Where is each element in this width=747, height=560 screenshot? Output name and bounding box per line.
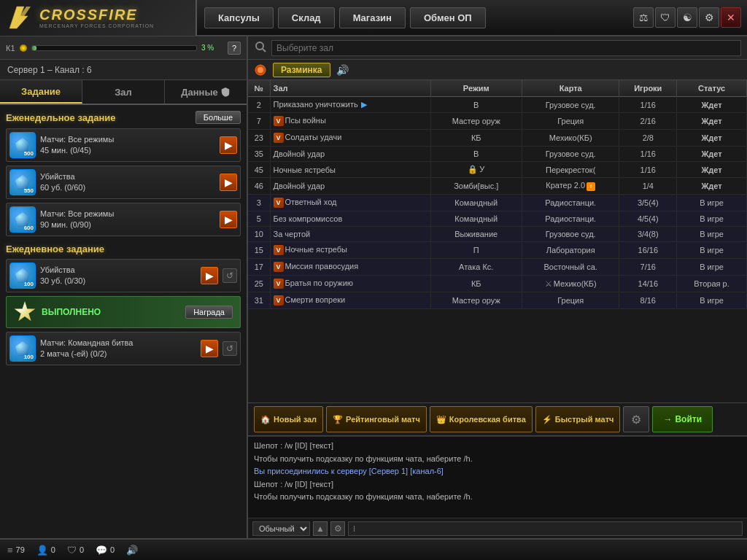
sound-icon[interactable]: 🔊: [126, 545, 138, 556]
table-row[interactable]: 31 VСмерти вопреки Мастер оруж Греция 8/…: [248, 292, 747, 309]
cell-num: 10: [248, 227, 270, 242]
menu-icon: ≡: [7, 545, 13, 556]
table-row[interactable]: 10 За чертой Выживание Грузовое суд. 3/4…: [248, 227, 747, 242]
bottom-stat-friends: 👤 0: [36, 545, 55, 556]
top-bar: CROSSFIRE MERCENARY FORCES CORPORATION К…: [0, 0, 747, 36]
logo-text: CROSSFIRE: [39, 7, 154, 23]
cell-mode: Мастер оруж: [430, 113, 522, 130]
weekly-title: Еженедельное задание: [6, 112, 115, 123]
channel-label: К1: [6, 44, 15, 52]
gear-settings-btn[interactable]: ⚙: [623, 406, 649, 432]
cell-map: ⚔Мехико(КБ): [522, 276, 619, 292]
cell-players: 1/16: [619, 97, 677, 113]
daily-quest-arrow-1[interactable]: ▶: [201, 267, 218, 284]
table-row[interactable]: 25 VБратья по оружию КБ ⚔Мехико(КБ) 14/1…: [248, 276, 747, 292]
daily-quest-text-1: Убийства30 уб. (0/30): [40, 265, 196, 287]
rated-match-btn[interactable]: 🏆 Рейтинговый матч: [326, 406, 427, 432]
shield-icon-btn[interactable]: 🛡: [655, 7, 676, 28]
nav-capsules-btn[interactable]: Капсулы: [204, 7, 274, 28]
nav-exchange-btn[interactable]: Обмен ОП: [410, 7, 486, 28]
new-room-btn[interactable]: 🏠 Новый зал: [254, 406, 323, 432]
cell-map: Грузовое суд.: [522, 227, 619, 242]
cell-name: VМиссия правосудия: [270, 259, 430, 276]
search-icon: [254, 40, 267, 56]
room-table: № Зал Режим Карта Игроки Статус 2 Приказ…: [248, 80, 747, 309]
weekly-header: Еженедельное задание Больше: [6, 111, 241, 124]
bottom-friends-val: 0: [51, 545, 55, 554]
table-row[interactable]: 35 Двойной удар В Грузовое суд. 1/16 Жде…: [248, 147, 747, 162]
training-btn[interactable]: Разминка: [273, 63, 330, 77]
clan-icon: 🛡: [67, 545, 77, 556]
scales-icon-btn[interactable]: ⚖: [633, 7, 654, 28]
table-row[interactable]: 46 Двойной удар Зомби[выс.] Кратер 2.0! …: [248, 178, 747, 195]
cell-name: Двойной удар: [270, 178, 430, 195]
yin-icon-btn[interactable]: ☯: [677, 7, 697, 28]
tab-zal[interactable]: Зал: [82, 80, 165, 104]
left-content: Еженедельное задание Больше 500 Матчи: В…: [0, 105, 247, 538]
quest-text-1: Матчи: Все режимы45 мин. (0/45): [40, 134, 215, 157]
room-search-input[interactable]: [271, 40, 741, 56]
play-icon: ▶: [361, 100, 367, 109]
close-icon-btn[interactable]: ✕: [721, 7, 741, 28]
cell-status: В игре: [677, 227, 747, 242]
main-layout: К1 3 % ? Сервер 1 – Канал : 6 Задание За…: [0, 36, 747, 538]
cell-players: 2/16: [619, 113, 677, 130]
daily-gem-2: 100: [9, 335, 36, 362]
cell-num: 46: [248, 178, 270, 195]
quest-gem-num-1: 500: [24, 150, 34, 157]
reward-btn[interactable]: Награда: [185, 306, 233, 319]
chat-settings-btn[interactable]: ⚙: [330, 521, 345, 536]
table-row[interactable]: 17 VМиссия правосудия Атака Кс. Восточны…: [248, 259, 747, 276]
chat-input[interactable]: [348, 521, 743, 536]
chat-messages: Шепот : /w [ID] [текст] Чтобы получить п…: [248, 437, 747, 518]
daily-refresh-btn-2[interactable]: ↺: [222, 341, 237, 356]
quest-arrow-1[interactable]: ▶: [220, 136, 237, 154]
rated-match-icon: 🏆: [333, 415, 343, 424]
cell-mode: Зомби[выс.]: [430, 178, 522, 195]
quick-match-label: Быстрый матч: [555, 415, 614, 424]
daily-title: Ежедневное задание: [6, 244, 104, 254]
cell-map: Восточный са.: [522, 259, 619, 276]
sword-icon: ⚔: [545, 279, 552, 288]
table-row[interactable]: 7 VПсы войны Мастер оруж Греция 2/16 Жде…: [248, 113, 747, 130]
rated-match-label: Рейтинговый матч: [346, 415, 420, 424]
channel-help-btn[interactable]: ?: [228, 42, 241, 55]
chat-type-select[interactable]: Обычный: [252, 521, 310, 536]
nav-warehouse-btn[interactable]: Склад: [278, 7, 335, 28]
daily-header: Ежедневное задание: [6, 244, 241, 254]
chat-send-up-btn[interactable]: ▲: [313, 521, 328, 536]
cell-status: В игре: [677, 259, 747, 276]
speaker-icon[interactable]: 🔊: [336, 64, 349, 76]
daily-refresh-btn-1[interactable]: ↺: [222, 268, 237, 283]
quest-gem-num-2: 550: [24, 187, 34, 194]
cell-mode: В: [430, 97, 522, 113]
table-row[interactable]: 2 Приказано уничтожить▶ В Грузовое суд. …: [248, 97, 747, 113]
cell-num: 17: [248, 259, 270, 276]
table-row[interactable]: 23 VСолдаты удачи КБ Мехико(КБ) 2/8 Ждет: [248, 130, 747, 147]
logo-area: CROSSFIRE MERCENARY FORCES CORPORATION: [0, 0, 197, 36]
quest-arrow-3[interactable]: ▶: [220, 211, 237, 228]
server-info: Сервер 1 – Канал : 6: [0, 60, 247, 80]
settings-icon-btn[interactable]: ⚙: [699, 7, 719, 28]
quest-gem-3: 600: [9, 206, 36, 233]
quest-arrow-2[interactable]: ▶: [220, 174, 237, 191]
table-row[interactable]: 5 Без компромиссов Командный Радиостанци…: [248, 211, 747, 227]
tab-dannye[interactable]: Данные: [165, 80, 247, 104]
more-btn[interactable]: Больше: [196, 111, 241, 124]
enter-btn[interactable]: → Войти: [652, 406, 713, 432]
quick-match-btn[interactable]: ⚡ Быстрый матч: [535, 406, 621, 432]
nav-shop-btn[interactable]: Магазин: [339, 7, 406, 28]
channel-progress: [31, 45, 197, 51]
enter-arrow-icon: →: [663, 414, 672, 424]
quest-text-3: Матчи: Все режимы90 мин. (0/90): [40, 209, 215, 231]
tab-zadanie[interactable]: Задание: [0, 80, 82, 104]
royal-battle-btn[interactable]: 👑 Королевская битва: [430, 406, 533, 432]
table-row[interactable]: 45 Ночные ястребы 🔒У Перекресток( 1/16 Ж…: [248, 162, 747, 178]
daily-quest-arrow-2[interactable]: ▶: [201, 340, 218, 357]
table-row[interactable]: 3 VОтветный ход Командный Радиостанци. 3…: [248, 195, 747, 211]
completed-text: ВЫПОЛНЕНО: [42, 307, 101, 317]
royal-battle-icon: 👑: [436, 415, 446, 424]
chat-msg-5: Чтобы получить подсказку по функциям чат…: [254, 491, 741, 504]
table-row[interactable]: 15 VНочные ястребы П Лаборатория 16/16 В…: [248, 242, 747, 259]
top-nav: Капсулы Склад Магазин Обмен ОП: [197, 0, 633, 35]
